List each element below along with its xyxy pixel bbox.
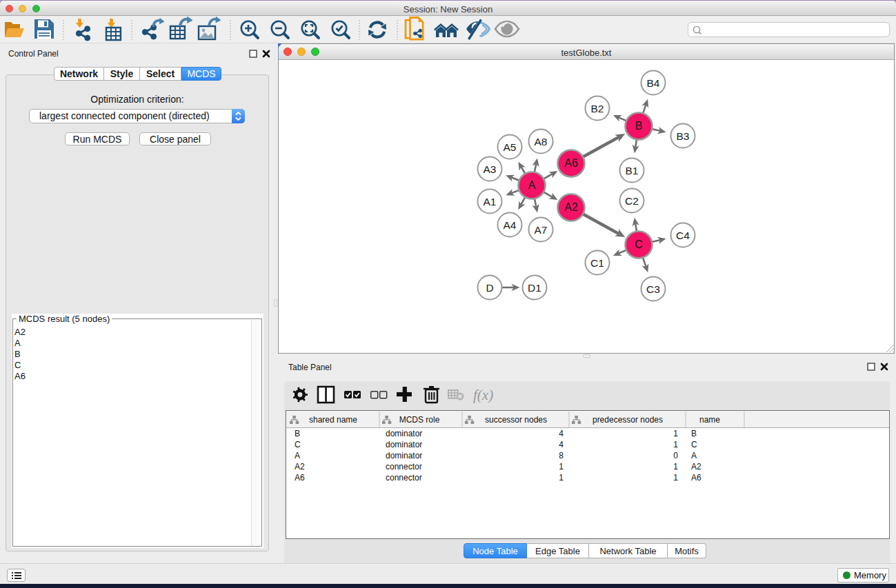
svg-text:C: C (691, 440, 697, 449)
svg-text:predecessor nodes: predecessor nodes (593, 415, 663, 425)
svg-text:B: B (295, 429, 300, 438)
svg-text:1: 1 (559, 473, 564, 483)
svg-text:A: A (691, 451, 697, 460)
svg-text:A2: A2 (691, 462, 701, 472)
svg-text:name: name (699, 415, 720, 425)
svg-text:1: 1 (673, 429, 678, 438)
svg-text:dominator: dominator (386, 440, 422, 449)
svg-text:8: 8 (559, 451, 564, 460)
svg-text:A2: A2 (295, 462, 305, 472)
svg-text:successor nodes: successor nodes (485, 415, 547, 425)
svg-text:dominator: dominator (386, 451, 422, 460)
svg-text:MCDS role: MCDS role (399, 415, 440, 425)
svg-text:A6: A6 (295, 473, 305, 483)
svg-text:connector: connector (386, 462, 422, 472)
svg-text:dominator: dominator (386, 429, 422, 438)
svg-text:4: 4 (559, 440, 564, 449)
svg-text:connector: connector (386, 473, 422, 483)
svg-text:A: A (295, 451, 300, 460)
svg-text:1: 1 (673, 473, 678, 483)
svg-text:B: B (691, 429, 697, 438)
svg-text:1: 1 (559, 462, 564, 472)
svg-text:shared name: shared name (309, 415, 357, 425)
svg-text:A6: A6 (691, 473, 701, 483)
svg-text:1: 1 (673, 462, 678, 472)
svg-text:0: 0 (673, 451, 678, 460)
svg-text:1: 1 (673, 440, 678, 449)
svg-text:4: 4 (559, 429, 564, 438)
svg-text:C: C (295, 440, 301, 449)
